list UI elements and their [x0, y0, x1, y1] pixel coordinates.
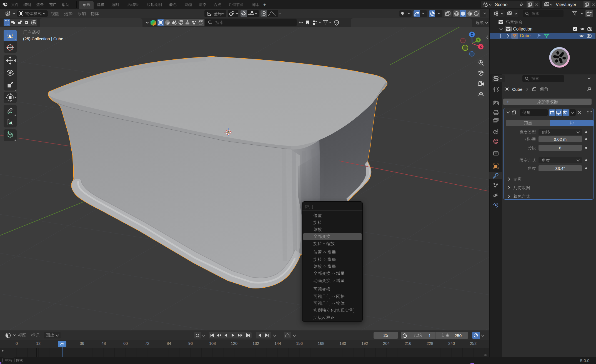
svg-text:Y: Y	[477, 38, 479, 42]
svg-text:Z: Z	[471, 33, 473, 37]
svg-text:X: X	[480, 45, 482, 49]
